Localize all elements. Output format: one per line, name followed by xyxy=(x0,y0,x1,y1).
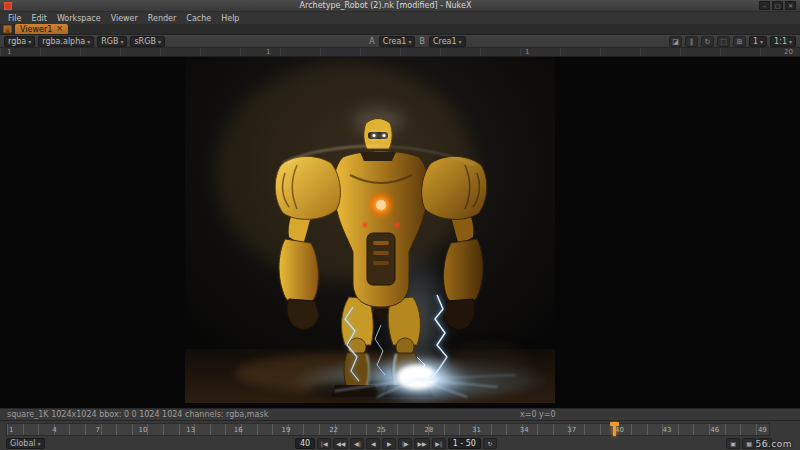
ruler-number: 22 xyxy=(329,426,338,434)
chevron-down-icon: ▾ xyxy=(87,38,90,45)
title-bar: Archetype_Robot (2).nk [modified] - Nuke… xyxy=(0,0,800,12)
audio-icon[interactable]: ▦ xyxy=(742,438,756,449)
maximize-button[interactable]: ▢ xyxy=(772,1,783,10)
go-to-start-button[interactable]: |◀ xyxy=(317,438,331,449)
window-title: Archetype_Robot (2).nk [modified] - Nuke… xyxy=(16,1,755,10)
ruler-number: 10 xyxy=(139,426,148,434)
ruler-number: 37 xyxy=(567,426,576,434)
ruler-number: 31 xyxy=(472,426,481,434)
cursor-position: x=0 y=0 xyxy=(520,410,556,419)
previous-keyframe-button[interactable]: ◀◀ xyxy=(333,438,348,449)
input-b-label: B xyxy=(418,37,426,46)
next-keyframe-button[interactable]: ▶▶ xyxy=(414,438,429,449)
playhead-handle[interactable] xyxy=(610,422,619,426)
chevron-down-icon: ▾ xyxy=(760,38,763,45)
viewer-guides-strip: 1 1 1 20 xyxy=(0,48,800,57)
step-back-button[interactable]: ◀| xyxy=(350,438,364,449)
ruler-number: 25 xyxy=(377,426,386,434)
ruler-number: 43 xyxy=(663,426,672,434)
chevron-down-icon: ▾ xyxy=(120,38,123,45)
pause-icon[interactable]: ∥ xyxy=(685,36,698,47)
nuke-app-icon xyxy=(4,2,12,10)
nukex-window: Archetype_Robot (2).nk [modified] - Nuke… xyxy=(0,0,800,450)
ruler-numbers: 1 4 7 10 13 16 19 22 25 28 31 34 37 40 4… xyxy=(9,424,767,435)
ruler-number: 28 xyxy=(424,426,433,434)
chevron-down-icon: ▾ xyxy=(158,38,161,45)
strip-mark: 1 xyxy=(266,48,270,56)
display-channels-dropdown[interactable]: RGB ▾ xyxy=(97,36,127,47)
ruler-number: 46 xyxy=(710,426,719,434)
frame-range-mode-dropdown[interactable]: Global ▾ xyxy=(6,438,45,449)
play-backward-button[interactable]: ◀ xyxy=(366,438,380,449)
step-forward-button[interactable]: |▶ xyxy=(398,438,412,449)
ruler-number: 7 xyxy=(95,426,99,434)
downrez-dropdown[interactable]: 1 ▾ xyxy=(749,36,767,47)
ruler-number: 49 xyxy=(758,426,767,434)
input-a-dropdown[interactable]: Crea1 ▾ xyxy=(379,36,416,47)
close-button[interactable]: ✕ xyxy=(785,1,796,10)
framing-grid-icon[interactable]: ⊞ xyxy=(733,36,746,47)
proxy-toggle-icon[interactable]: ◪ xyxy=(669,36,682,47)
strip-mark: 1 xyxy=(525,48,529,56)
menu-help[interactable]: Help xyxy=(216,13,244,24)
strip-mark: 20 xyxy=(784,48,793,56)
menu-render[interactable]: Render xyxy=(143,13,181,24)
minimize-button[interactable]: – xyxy=(759,1,770,10)
frame-range-field[interactable]: 1 - 50 xyxy=(448,438,481,449)
viewer-toolbar: rgba ▾ rgba.alpha ▾ RGB ▾ sRGB ▾ A Crea1… xyxy=(0,35,800,48)
pane-tab-bar: ≡ Viewer1 × xyxy=(0,24,800,35)
frame-ruler[interactable]: 1 4 7 10 13 16 19 22 25 28 31 34 37 40 4… xyxy=(6,423,770,436)
format-info: square_1K 1024x1024 bbox: 0 0 1024 1024 … xyxy=(7,410,268,419)
ruler-number: 19 xyxy=(281,426,290,434)
rendered-image[interactable] xyxy=(185,57,555,403)
menu-viewer[interactable]: Viewer xyxy=(106,13,143,24)
chevron-down-icon: ▾ xyxy=(459,38,462,45)
alpha-channel-dropdown[interactable]: rgba.alpha ▾ xyxy=(38,36,94,47)
chevron-down-icon: ▾ xyxy=(28,38,31,45)
play-forward-button[interactable]: ▶ xyxy=(382,438,396,449)
current-frame-field[interactable]: 40 xyxy=(295,438,315,449)
layer-dropdown[interactable]: rgba ▾ xyxy=(4,36,35,47)
robot-render-image xyxy=(185,57,555,403)
ruler-number: 34 xyxy=(520,426,529,434)
viewer-status-bar: square_1K 1024x1024 bbox: 0 0 1024 1024 … xyxy=(0,408,800,420)
go-to-end-button[interactable]: ▶| xyxy=(432,438,446,449)
transport-bar: Global ▾ 40 |◀ ◀◀ ◀| ◀ ▶ |▶ ▶▶ ▶| 1 - 50… xyxy=(0,437,800,450)
pane-menu-icon[interactable]: ≡ xyxy=(3,25,12,33)
strip-mark: 1 xyxy=(7,48,11,56)
timeline-panel: 1 4 7 10 13 16 19 22 25 28 31 34 37 40 4… xyxy=(0,420,800,450)
tab-viewer1-label: Viewer1 xyxy=(20,25,52,34)
lock-range-icon[interactable]: ▣ xyxy=(726,438,740,449)
chevron-down-icon: ▾ xyxy=(408,38,411,45)
watermark: 56.com xyxy=(755,439,792,449)
roi-icon[interactable]: ⬚ xyxy=(717,36,730,47)
zoom-dropdown[interactable]: 1:1 ▾ xyxy=(770,36,796,47)
playhead[interactable] xyxy=(613,423,616,436)
chevron-down-icon: ▾ xyxy=(38,440,41,447)
ruler-number: 16 xyxy=(234,426,243,434)
ruler-number: 1 xyxy=(9,426,13,434)
input-a-label: A xyxy=(368,37,375,46)
ruler-number: 4 xyxy=(52,426,56,434)
menu-cache[interactable]: Cache xyxy=(181,13,216,24)
ruler-number: 13 xyxy=(186,426,195,434)
menu-bar: File Edit Workspace Viewer Render Cache … xyxy=(0,13,800,24)
input-b-dropdown[interactable]: Crea1 ▾ xyxy=(429,36,466,47)
menu-edit[interactable]: Edit xyxy=(26,13,52,24)
chevron-down-icon: ▾ xyxy=(789,38,792,45)
window-controls: – ▢ ✕ xyxy=(759,1,796,10)
menu-file[interactable]: File xyxy=(3,13,26,24)
colorspace-dropdown[interactable]: sRGB ▾ xyxy=(130,36,164,47)
refresh-icon[interactable]: ↻ xyxy=(701,36,714,47)
loop-mode-icon[interactable]: ↻ xyxy=(483,438,497,449)
viewer-canvas[interactable] xyxy=(0,57,800,408)
close-icon[interactable]: × xyxy=(56,24,63,34)
tab-viewer1[interactable]: Viewer1 × xyxy=(15,24,68,34)
menu-workspace[interactable]: Workspace xyxy=(52,13,106,24)
